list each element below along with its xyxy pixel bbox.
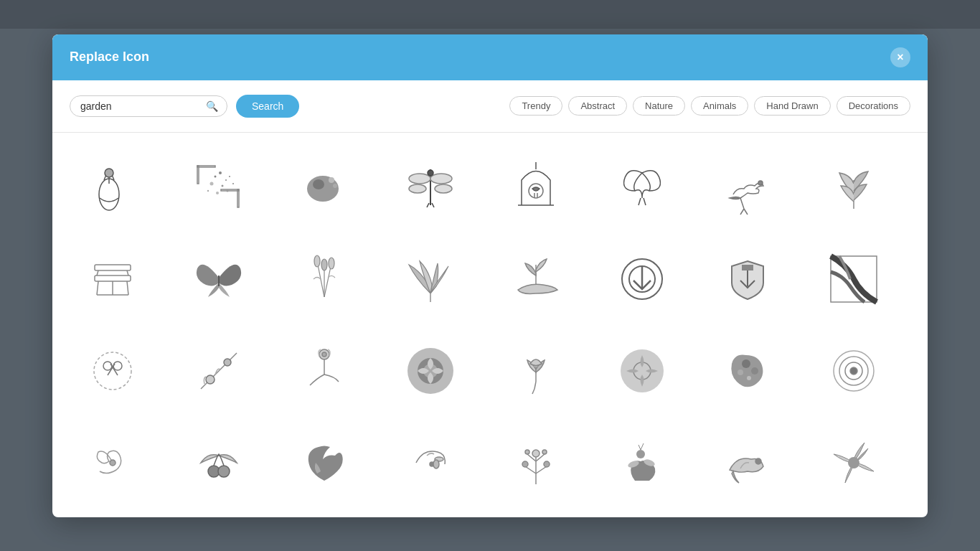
icon-flower-hand[interactable] <box>281 328 367 414</box>
svg-line-98 <box>639 445 641 450</box>
icon-hand-with-flower[interactable] <box>70 144 156 230</box>
svg-point-26 <box>428 170 433 176</box>
svg-point-90 <box>433 460 439 468</box>
icon-palm-texture[interactable] <box>811 236 897 322</box>
close-button[interactable]: × <box>890 47 910 67</box>
svg-point-25 <box>435 184 452 193</box>
icon-shield-download[interactable] <box>705 236 791 322</box>
svg-rect-3 <box>197 166 215 167</box>
svg-point-1 <box>105 169 113 177</box>
icon-circle-arrow-down[interactable] <box>599 236 685 322</box>
filter-decorations[interactable]: Decorations <box>837 96 910 116</box>
svg-rect-6 <box>237 189 239 207</box>
icon-butterfly-solid[interactable] <box>176 236 262 322</box>
svg-point-84 <box>850 367 857 375</box>
icon-dot-scatter[interactable] <box>176 144 262 230</box>
svg-point-8 <box>219 171 222 174</box>
svg-line-41 <box>97 270 98 276</box>
svg-line-28 <box>432 203 434 207</box>
icon-butterfly-outline[interactable] <box>599 144 685 230</box>
icon-floral-dark[interactable] <box>281 420 367 506</box>
svg-line-34 <box>639 198 641 205</box>
icon-grid-body[interactable] <box>52 133 928 517</box>
svg-point-10 <box>209 182 213 185</box>
svg-point-79 <box>738 369 743 375</box>
icon-leaf-cluster[interactable] <box>811 144 897 230</box>
svg-point-51 <box>329 258 334 269</box>
icon-lavender[interactable] <box>281 236 367 322</box>
modal-toolbar: 🔍 Search Trendy Abstract Nature Animals … <box>52 80 928 133</box>
svg-point-78 <box>751 367 758 375</box>
svg-line-42 <box>127 270 128 276</box>
icon-dragonfly[interactable] <box>387 144 473 230</box>
svg-point-20 <box>333 184 337 188</box>
icon-tulip-outline[interactable] <box>493 328 579 414</box>
svg-point-36 <box>758 181 763 185</box>
icon-branch-geometric[interactable] <box>493 420 579 506</box>
svg-point-22 <box>409 174 430 184</box>
icon-bee-scroll[interactable] <box>387 420 473 506</box>
icon-bird-with-branch[interactable] <box>705 144 791 230</box>
svg-rect-5 <box>221 189 239 191</box>
svg-line-99 <box>641 443 644 450</box>
svg-point-94 <box>525 450 529 454</box>
svg-point-49 <box>314 255 320 267</box>
svg-point-16 <box>232 183 234 184</box>
modal-overlay: Replace Icon × 🔍 Search Trendy Abstract … <box>0 0 980 551</box>
svg-rect-37 <box>95 276 131 281</box>
svg-point-102 <box>755 458 761 464</box>
svg-point-92 <box>522 461 528 467</box>
icon-spiral-flower[interactable] <box>70 420 156 506</box>
filter-tags: Trendy Abstract Nature Animals Hand Draw… <box>509 96 910 116</box>
svg-point-18 <box>313 179 324 189</box>
svg-point-23 <box>430 174 452 184</box>
icon-floral-burst[interactable] <box>811 420 897 506</box>
search-input[interactable] <box>80 100 206 112</box>
svg-point-85 <box>110 460 116 466</box>
svg-point-50 <box>321 259 327 270</box>
svg-line-40 <box>127 281 128 295</box>
svg-point-93 <box>544 461 550 467</box>
icon-stone-pebble[interactable] <box>281 144 367 230</box>
icon-bird-leaf[interactable] <box>705 420 791 506</box>
svg-point-69 <box>322 352 326 357</box>
filter-abstract[interactable]: Abstract <box>568 96 627 116</box>
svg-point-66 <box>224 359 231 366</box>
icon-cherry-wings[interactable] <box>176 420 262 506</box>
icon-scissors-wreath[interactable] <box>70 328 156 414</box>
icon-rose-circle[interactable] <box>387 328 473 414</box>
svg-point-13 <box>207 189 208 191</box>
svg-line-73 <box>534 382 536 389</box>
search-button[interactable]: Search <box>236 95 299 118</box>
svg-point-60 <box>94 352 131 390</box>
icon-bee-crown[interactable] <box>599 420 685 506</box>
icon-organic-blob[interactable] <box>705 328 791 414</box>
svg-rect-57 <box>742 265 753 270</box>
svg-point-103 <box>848 457 859 468</box>
svg-point-96 <box>532 450 540 457</box>
svg-rect-38 <box>95 265 131 270</box>
filter-animals[interactable]: Animals <box>691 96 748 116</box>
icon-garden-bench[interactable] <box>70 236 156 322</box>
icon-rose-branch[interactable] <box>176 328 262 414</box>
svg-line-27 <box>427 203 429 207</box>
filter-hand-drawn[interactable]: Hand Drawn <box>754 96 830 116</box>
svg-point-11 <box>221 184 223 187</box>
svg-point-7 <box>214 175 216 177</box>
icon-bird-in-dome[interactable] <box>493 144 579 230</box>
icon-palm-leaves[interactable] <box>387 236 473 322</box>
svg-point-97 <box>636 450 645 458</box>
icon-plant-on-hand[interactable] <box>493 236 579 322</box>
icon-flower-circle-bg[interactable] <box>599 328 685 414</box>
svg-line-74 <box>532 389 534 394</box>
svg-point-12 <box>229 176 230 177</box>
filter-nature[interactable]: Nature <box>633 96 685 116</box>
icon-wood-swirl[interactable] <box>811 328 897 414</box>
svg-point-95 <box>542 450 547 454</box>
svg-point-24 <box>409 184 426 193</box>
filter-trendy[interactable]: Trendy <box>509 96 562 116</box>
svg-point-77 <box>742 359 750 368</box>
svg-point-14 <box>216 192 219 194</box>
svg-point-19 <box>329 177 334 183</box>
svg-line-35 <box>644 198 646 205</box>
